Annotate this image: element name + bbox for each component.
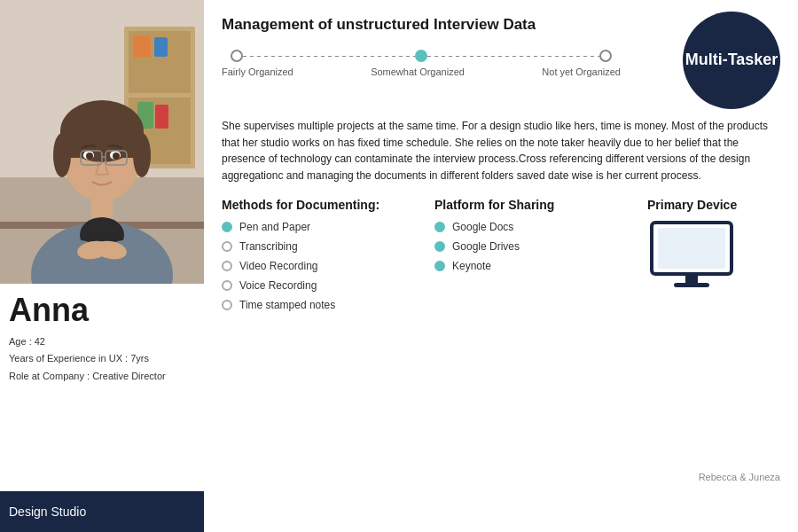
scale-dot-1	[415, 50, 427, 62]
main-container: Anna Age : 42 Years of Experience in UX …	[0, 0, 798, 532]
list-item: Pen and Paper	[222, 221, 434, 233]
age-label: Age : 42	[9, 333, 195, 351]
method-dot-2	[222, 261, 232, 271]
title-and-scale: Management of unstructured Interview Dat…	[222, 16, 665, 95]
name-section: Anna	[0, 284, 204, 331]
scale-line-1	[243, 56, 415, 57]
svg-point-25	[86, 153, 93, 160]
method-label-1: Transcribing	[239, 240, 298, 253]
right-top-row: Management of unstructured Interview Dat…	[222, 16, 780, 109]
svg-rect-6	[154, 37, 168, 57]
footer-credit: Rebecca & Juneza	[222, 467, 780, 482]
scale-labels: Fairly Organized Somewhat Organized Not …	[231, 66, 612, 77]
list-item: Transcribing	[222, 240, 434, 253]
description-text: She supervises multiple projects at the …	[222, 118, 780, 184]
scale-line-2	[427, 56, 599, 57]
device-column: Primary Device	[647, 198, 780, 467]
credit-text: Rebecca & Juneza	[699, 472, 780, 482]
platform-label-1: Google Drives	[452, 240, 520, 253]
scale-label-2: Not yet Organized	[542, 66, 621, 77]
device-title: Primary Device	[647, 198, 780, 212]
right-panel: Management of unstructured Interview Dat…	[204, 0, 798, 491]
svg-point-26	[113, 153, 120, 160]
role-label: Role at Company : Creative Director	[9, 368, 195, 386]
method-dot-0	[222, 222, 232, 232]
platform-dot-0	[434, 222, 445, 232]
multitasker-badge: Multi-Tasker	[683, 12, 780, 109]
svg-rect-34	[685, 274, 698, 283]
list-item: Google Docs	[434, 221, 647, 233]
left-panel: Anna Age : 42 Years of Experience in UX …	[0, 0, 204, 532]
method-label-0: Pen and Paper	[239, 221, 310, 233]
company-name: Design Studio	[9, 505, 86, 519]
svg-rect-35	[674, 283, 709, 287]
platform-dot-1	[434, 241, 445, 252]
section-title: Management of unstructured Interview Dat…	[222, 16, 665, 34]
svg-point-27	[71, 166, 92, 180]
list-item: Google Drives	[434, 240, 647, 253]
person-name: Anna	[9, 292, 89, 328]
svg-point-28	[112, 166, 133, 180]
scale-dot-0	[231, 50, 243, 62]
scale-container: Fairly Organized Somewhat Organized Not …	[222, 50, 665, 77]
list-item: Time stamped notes	[222, 299, 434, 311]
svg-point-21	[133, 133, 151, 177]
scale-line-wrapper	[231, 50, 612, 62]
list-item: Keynote	[434, 260, 647, 272]
method-label-2: Video Recording	[239, 260, 318, 272]
profile-photo	[0, 0, 204, 284]
method-dot-3	[222, 280, 232, 291]
scale-label-1: Somewhat Organized	[371, 66, 465, 77]
methods-column: Methods for Documenting: Pen and Paper T…	[222, 198, 434, 467]
platform-title: Platform for Sharing	[434, 198, 647, 212]
methods-title: Methods for Documenting:	[222, 198, 434, 212]
method-label-4: Time stamped notes	[239, 299, 335, 311]
svg-rect-33	[658, 228, 725, 269]
badge-text: Multi-Tasker	[685, 51, 778, 70]
method-dot-4	[222, 300, 232, 310]
platform-label-0: Google Docs	[452, 221, 513, 233]
scale-dot-2	[599, 50, 612, 62]
experience-label: Years of Experience in UX : 7yrs	[9, 350, 195, 368]
list-item: Video Recording	[222, 260, 434, 272]
method-label-3: Voice Recording	[239, 279, 317, 292]
monitor-icon	[647, 221, 780, 295]
svg-rect-5	[133, 35, 151, 58]
platform-column: Platform for Sharing Google Docs Google …	[434, 198, 647, 467]
platform-dot-2	[434, 261, 445, 271]
bottom-columns: Methods for Documenting: Pen and Paper T…	[222, 198, 780, 467]
list-item: Voice Recording	[222, 279, 434, 292]
scale-label-0: Fairly Organized	[222, 66, 293, 77]
platform-label-2: Keynote	[452, 260, 491, 272]
scale-track: Fairly Organized Somewhat Organized Not …	[231, 50, 612, 77]
method-dot-1	[222, 241, 232, 252]
svg-rect-22	[60, 131, 135, 158]
svg-rect-8	[155, 105, 168, 129]
bottom-bar-row: Design Studio	[0, 491, 798, 532]
bottom-bar: Design Studio	[0, 491, 204, 532]
